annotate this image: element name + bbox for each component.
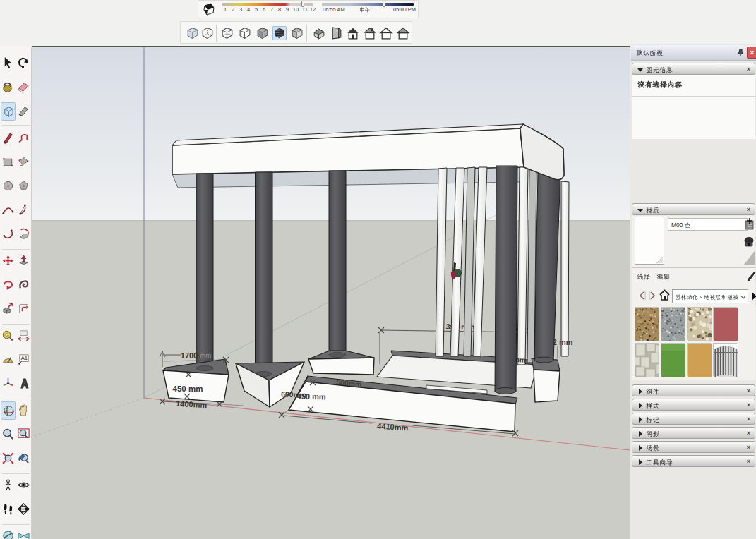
left-view-button[interactable] [396, 26, 410, 40]
material-swatch-beige-pebbles-texture[interactable] [687, 307, 711, 340]
zoom-extents-button[interactable] [1, 449, 16, 468]
shadow-time-slider-handle[interactable] [383, 1, 385, 7]
material-preview-thumbnail[interactable] [635, 217, 664, 265]
section-close-icon[interactable]: × [745, 430, 752, 437]
shadow-toggle-icon[interactable] [202, 2, 216, 16]
hidden-line-style-button[interactable] [238, 26, 252, 40]
eyedropper-icon[interactable] [747, 271, 756, 283]
orbit-tool-button[interactable] [1, 401, 16, 420]
back-view-button[interactable] [379, 26, 393, 40]
shadow-date-slider[interactable] [222, 3, 313, 6]
protractor-button[interactable] [1, 351, 16, 369]
previous-view-button[interactable] [16, 449, 31, 468]
wireframe-style-button[interactable] [220, 26, 234, 40]
section-close-icon[interactable]: × [745, 459, 752, 465]
material-swatch-flagstone-pavers-texture[interactable] [635, 343, 659, 376]
tab-edit[interactable]: 编辑 [656, 272, 671, 281]
section-close-icon[interactable]: × [745, 66, 752, 73]
create-material-icon[interactable] [745, 218, 755, 230]
paint-bucket-button[interactable] [1, 78, 16, 97]
select-arrow-button[interactable] [1, 54, 16, 73]
compass-nav-button[interactable] [16, 500, 31, 519]
shaded-textures-style-button[interactable] [272, 26, 287, 40]
scale-tool-button[interactable] [1, 300, 16, 318]
eraser-button[interactable] [16, 78, 31, 97]
section-header-materials[interactable]: 材质 × [632, 203, 755, 215]
home-icon[interactable] [659, 289, 670, 301]
shadow-time-slider[interactable] [322, 3, 414, 6]
iso-view-button[interactable] [312, 26, 326, 40]
push-pull-tool-button[interactable] [16, 252, 31, 270]
pie-tool-button[interactable] [16, 225, 31, 243]
material-name-field[interactable]: M00 色M00 [668, 218, 748, 231]
section-header-2[interactable]: 标记× [632, 413, 755, 425]
walk-tool-button[interactable] [1, 500, 16, 519]
back-arrow-icon[interactable] [637, 291, 647, 301]
section-header-0[interactable]: 组件× [632, 384, 755, 396]
styles-and-views-toolbar [180, 21, 412, 44]
display-pane-icon[interactable] [744, 235, 755, 248]
section-close-icon[interactable]: × [745, 402, 752, 408]
material-swatch-metal-fence-texture[interactable] [713, 343, 737, 376]
chisel-button[interactable] [16, 102, 31, 121]
top-view-icon [329, 26, 343, 40]
xray-style-button[interactable] [186, 26, 200, 40]
section-header-entity-info[interactable]: 图元信息 × [632, 63, 755, 75]
dimension-tool-button[interactable] [16, 327, 31, 345]
follow-me-tool-button[interactable] [16, 276, 31, 294]
tape-measure-button[interactable] [1, 327, 16, 345]
two-point-arc-tool-button[interactable] [16, 201, 31, 219]
pin-icon[interactable] [737, 49, 744, 57]
pan-tool-button[interactable] [16, 401, 31, 420]
freehand-button[interactable] [16, 129, 31, 147]
material-category-dropdown[interactable]: 园林绿化、地被层和植被 [672, 289, 748, 303]
section-header-3[interactable]: 阴影× [632, 427, 755, 439]
circle-tool-button[interactable] [1, 177, 16, 195]
arc-tool-button[interactable] [1, 201, 16, 219]
rectangle-tool-button[interactable] [1, 153, 16, 171]
rotate-tool-button[interactable] [1, 276, 16, 294]
material-swatch-gray-gravel-texture[interactable] [661, 307, 685, 340]
section-close-icon[interactable]: × [745, 444, 752, 451]
material-swatch-brown-mulch-texture[interactable] [635, 307, 659, 340]
polygon-tool-button[interactable] [16, 177, 31, 195]
xray-box-button[interactable] [1, 102, 16, 121]
offset-tool-button[interactable] [16, 300, 31, 318]
circular-arrow-button[interactable] [16, 54, 31, 73]
look-around-button[interactable] [16, 476, 31, 495]
position-camera-button[interactable] [1, 476, 16, 495]
shaded-style-button[interactable] [256, 26, 270, 40]
axes-tool-button[interactable] [1, 375, 16, 393]
section-fill-button[interactable] [16, 527, 31, 539]
front-view-button[interactable] [346, 26, 360, 40]
material-swatch-rose-solid-color[interactable] [713, 307, 737, 340]
section-header-1[interactable]: 样式× [632, 399, 755, 411]
back-edges-style-button[interactable] [200, 26, 215, 40]
text-tool-button[interactable]: A1 [16, 351, 31, 369]
section-header-5[interactable]: 工具向导× [632, 455, 755, 467]
zoom-window-button[interactable] [16, 425, 31, 444]
section-plane-button[interactable] [1, 527, 16, 539]
3d-text-tool-button[interactable] [16, 375, 31, 393]
material-swatch-grass-green-color[interactable] [661, 343, 685, 376]
section-close-icon[interactable]: × [745, 388, 752, 394]
monochrome-style-button[interactable] [290, 26, 304, 40]
move-tool-button[interactable] [1, 252, 16, 270]
month-label: 9 [286, 6, 289, 13]
forward-arrow-icon[interactable] [648, 291, 657, 301]
close-icon[interactable]: × [747, 47, 756, 59]
section-close-icon[interactable]: × [745, 207, 752, 213]
3d-model-viewport[interactable]: 390 mm [32, 47, 630, 539]
material-swatch-ochre-solid-color[interactable] [687, 343, 711, 376]
right-view-button[interactable] [363, 26, 377, 40]
section-header-4[interactable]: 场景× [632, 441, 755, 453]
tray-titlebar[interactable]: 默认面板 × [631, 45, 756, 61]
section-close-icon[interactable]: × [745, 416, 752, 423]
tab-select[interactable]: 选择 [637, 272, 651, 281]
flyout-arrow-icon[interactable] [751, 290, 756, 303]
top-view-button[interactable] [329, 26, 343, 40]
three-point-arc-tool-button[interactable] [1, 225, 16, 243]
rotated-rectangle-tool-button[interactable] [16, 153, 31, 171]
zoom-tool-button[interactable] [1, 425, 16, 444]
pencil-button[interactable] [1, 129, 16, 147]
